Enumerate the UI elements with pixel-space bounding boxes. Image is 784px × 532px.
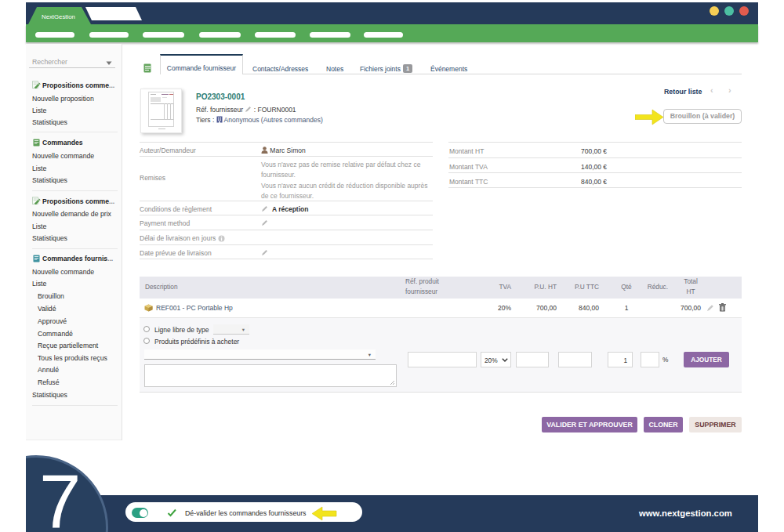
svg-text:NextGestion: NextGestion — [42, 13, 75, 20]
